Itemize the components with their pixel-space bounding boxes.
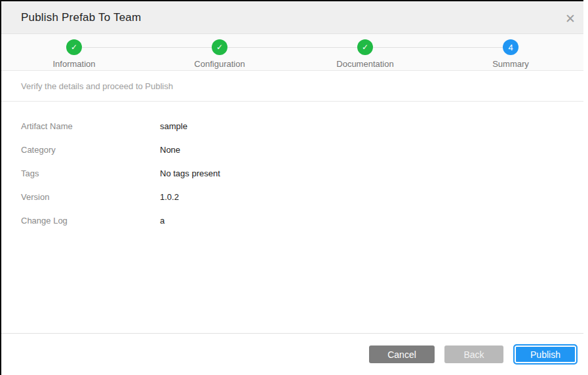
wizard-stepper: ✓ Information ✓ Configuration ✓ Document… xyxy=(1,34,583,71)
detail-label: Change Log xyxy=(21,216,160,226)
detail-value: No tags present xyxy=(160,168,220,178)
step-number-badge: 4 xyxy=(503,39,519,55)
step-label: Configuration xyxy=(194,59,245,69)
detail-label: Artifact Name xyxy=(21,121,160,131)
step-label: Information xyxy=(52,59,95,69)
detail-value: None xyxy=(160,145,180,155)
detail-label: Tags xyxy=(21,168,160,178)
connector-line xyxy=(147,47,212,48)
step-done-check-icon: ✓ xyxy=(357,39,373,55)
connector-line xyxy=(438,47,503,48)
summary-details: Artifact Name sample Category None Tags … xyxy=(1,102,583,226)
detail-row-version: Version 1.0.2 xyxy=(21,192,564,202)
detail-row-category: Category None xyxy=(21,145,564,155)
cancel-button[interactable]: Cancel xyxy=(369,345,435,363)
detail-row-tags: Tags No tags present xyxy=(21,168,564,178)
detail-value: 1.0.2 xyxy=(160,192,179,202)
detail-row-artifact-name: Artifact Name sample xyxy=(21,121,564,131)
step-label: Summary xyxy=(492,59,529,69)
connector-line xyxy=(519,47,583,48)
detail-label: Version xyxy=(21,192,160,202)
connector-line xyxy=(82,47,147,48)
step-label: Documentation xyxy=(336,59,393,69)
step-configuration[interactable]: ✓ Configuration xyxy=(147,39,292,70)
step-indicator-row: ✓ xyxy=(147,39,292,56)
publish-button[interactable]: Publish xyxy=(513,344,578,365)
connector-line xyxy=(373,47,438,48)
back-button[interactable]: Back xyxy=(444,345,503,363)
step-information[interactable]: ✓ Information xyxy=(1,39,147,70)
detail-value: a xyxy=(160,216,165,226)
step-documentation[interactable]: ✓ Documentation xyxy=(292,39,438,70)
publish-prefab-dialog: Publish Prefab To Team ✕ ✓ Information ✓… xyxy=(0,0,583,375)
step-indicator-row: ✓ xyxy=(1,39,147,56)
detail-label: Category xyxy=(21,145,160,155)
connector-line xyxy=(1,47,66,48)
close-icon[interactable]: ✕ xyxy=(562,10,578,26)
step-done-check-icon: ✓ xyxy=(66,39,82,55)
detail-row-change-log: Change Log a xyxy=(21,216,564,226)
detail-value: sample xyxy=(160,121,187,131)
connector-line xyxy=(292,47,357,48)
dialog-title: Publish Prefab To Team xyxy=(21,11,141,24)
dialog-footer: Cancel Back Publish xyxy=(1,333,583,375)
step-indicator-row: ✓ xyxy=(292,39,438,56)
step-done-check-icon: ✓ xyxy=(212,39,227,55)
connector-line xyxy=(227,47,292,48)
subtitle-text: Verify the details and proceed to Publis… xyxy=(21,81,173,91)
step-indicator-row: 4 xyxy=(438,39,583,56)
subtitle-band: Verify the details and proceed to Publis… xyxy=(1,71,583,102)
step-summary[interactable]: 4 Summary xyxy=(438,39,583,70)
dialog-titlebar: Publish Prefab To Team ✕ xyxy=(1,1,583,34)
